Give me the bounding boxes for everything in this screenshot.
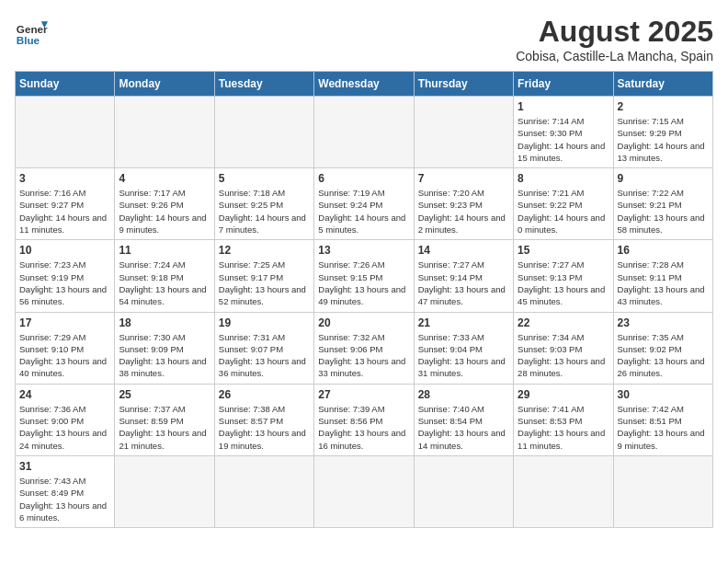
day-number: 15	[518, 244, 609, 257]
day-number: 17	[19, 316, 110, 329]
calendar-cell	[314, 97, 414, 168]
day-info: Sunrise: 7:41 AMSunset: 8:53 PMDaylight:…	[518, 403, 609, 452]
calendar-cell: 30Sunrise: 7:42 AMSunset: 8:51 PMDayligh…	[613, 384, 712, 455]
weekday-header-sunday: Sunday	[16, 72, 115, 97]
calendar-cell	[414, 97, 513, 168]
day-info: Sunrise: 7:39 AMSunset: 8:56 PMDaylight:…	[318, 403, 409, 452]
day-number: 18	[119, 316, 210, 329]
weekday-header-saturday: Saturday	[613, 72, 712, 97]
calendar-cell: 26Sunrise: 7:38 AMSunset: 8:57 PMDayligh…	[214, 384, 313, 455]
calendar-cell: 2Sunrise: 7:15 AMSunset: 9:29 PMDaylight…	[613, 97, 712, 168]
weekday-header-friday: Friday	[514, 72, 613, 97]
calendar-cell: 7Sunrise: 7:20 AMSunset: 9:23 PMDaylight…	[414, 168, 513, 240]
day-info: Sunrise: 7:36 AMSunset: 9:00 PMDaylight:…	[19, 403, 110, 452]
calendar-cell: 1Sunrise: 7:14 AMSunset: 9:30 PMDaylight…	[514, 97, 613, 168]
day-number: 3	[19, 172, 110, 185]
calendar-cell: 21Sunrise: 7:33 AMSunset: 9:04 PMDayligh…	[414, 312, 513, 384]
day-number: 13	[318, 244, 409, 257]
day-info: Sunrise: 7:30 AMSunset: 9:09 PMDaylight:…	[119, 331, 210, 380]
day-info: Sunrise: 7:27 AMSunset: 9:13 PMDaylight:…	[518, 259, 609, 307]
calendar-cell: 13Sunrise: 7:26 AMSunset: 9:15 PMDayligh…	[314, 240, 414, 312]
calendar-cell: 18Sunrise: 7:30 AMSunset: 9:09 PMDayligh…	[115, 312, 214, 384]
calendar-week-row: 31Sunrise: 7:43 AMSunset: 8:49 PMDayligh…	[16, 455, 713, 527]
day-info: Sunrise: 7:25 AMSunset: 9:17 PMDaylight:…	[219, 259, 310, 307]
calendar-cell: 12Sunrise: 7:25 AMSunset: 9:17 PMDayligh…	[214, 240, 313, 312]
calendar-week-row: 3Sunrise: 7:16 AMSunset: 9:27 PMDaylight…	[16, 168, 713, 240]
day-info: Sunrise: 7:14 AMSunset: 9:30 PMDaylight:…	[518, 115, 609, 164]
day-number: 12	[219, 244, 310, 257]
calendar-cell: 27Sunrise: 7:39 AMSunset: 8:56 PMDayligh…	[314, 384, 414, 455]
day-info: Sunrise: 7:18 AMSunset: 9:25 PMDaylight:…	[219, 187, 310, 236]
day-number: 1	[518, 100, 609, 113]
calendar-week-row: 24Sunrise: 7:36 AMSunset: 9:00 PMDayligh…	[16, 384, 713, 455]
day-info: Sunrise: 7:40 AMSunset: 8:54 PMDaylight:…	[418, 403, 509, 452]
calendar-cell: 14Sunrise: 7:27 AMSunset: 9:14 PMDayligh…	[414, 240, 513, 312]
calendar-cell	[214, 97, 313, 168]
day-number: 19	[219, 316, 310, 329]
weekday-header-tuesday: Tuesday	[214, 72, 313, 97]
calendar-cell	[314, 455, 414, 527]
day-number: 22	[518, 316, 609, 329]
calendar-cell: 29Sunrise: 7:41 AMSunset: 8:53 PMDayligh…	[514, 384, 613, 455]
calendar-cell	[514, 455, 613, 527]
day-info: Sunrise: 7:28 AMSunset: 9:11 PMDaylight:…	[618, 259, 709, 307]
day-number: 24	[19, 388, 110, 401]
calendar-cell: 31Sunrise: 7:43 AMSunset: 8:49 PMDayligh…	[16, 455, 115, 527]
logo-icon: General Blue	[15, 15, 48, 48]
logo: General Blue	[15, 15, 48, 48]
calendar-cell	[115, 455, 214, 527]
day-info: Sunrise: 7:15 AMSunset: 9:29 PMDaylight:…	[618, 115, 709, 164]
day-info: Sunrise: 7:42 AMSunset: 8:51 PMDaylight:…	[618, 403, 709, 452]
calendar-cell: 24Sunrise: 7:36 AMSunset: 9:00 PMDayligh…	[16, 384, 115, 455]
day-number: 4	[119, 172, 210, 185]
day-number: 28	[418, 388, 509, 401]
calendar-cell: 11Sunrise: 7:24 AMSunset: 9:18 PMDayligh…	[115, 240, 214, 312]
day-info: Sunrise: 7:29 AMSunset: 9:10 PMDaylight:…	[19, 331, 110, 380]
calendar-cell: 3Sunrise: 7:16 AMSunset: 9:27 PMDaylight…	[16, 168, 115, 240]
calendar-cell: 19Sunrise: 7:31 AMSunset: 9:07 PMDayligh…	[214, 312, 313, 384]
weekday-header-thursday: Thursday	[414, 72, 513, 97]
calendar-cell: 25Sunrise: 7:37 AMSunset: 8:59 PMDayligh…	[115, 384, 214, 455]
day-info: Sunrise: 7:37 AMSunset: 8:59 PMDaylight:…	[119, 403, 210, 452]
day-number: 5	[219, 172, 310, 185]
title-block: August 2025 Cobisa, Castille-La Mancha, …	[516, 15, 713, 63]
day-info: Sunrise: 7:33 AMSunset: 9:04 PMDaylight:…	[418, 331, 509, 380]
day-info: Sunrise: 7:23 AMSunset: 9:19 PMDaylight:…	[19, 259, 110, 307]
day-info: Sunrise: 7:16 AMSunset: 9:27 PMDaylight:…	[19, 187, 110, 236]
day-number: 23	[618, 316, 709, 329]
day-number: 2	[618, 100, 709, 113]
calendar-cell: 15Sunrise: 7:27 AMSunset: 9:13 PMDayligh…	[514, 240, 613, 312]
day-info: Sunrise: 7:38 AMSunset: 8:57 PMDaylight:…	[219, 403, 310, 452]
day-number: 16	[618, 244, 709, 257]
weekday-header-row: SundayMondayTuesdayWednesdayThursdayFrid…	[16, 72, 713, 97]
day-info: Sunrise: 7:20 AMSunset: 9:23 PMDaylight:…	[418, 187, 509, 236]
day-number: 25	[119, 388, 210, 401]
month-title: August 2025	[516, 15, 713, 49]
calendar-cell	[115, 97, 214, 168]
calendar-cell: 8Sunrise: 7:21 AMSunset: 9:22 PMDaylight…	[514, 168, 613, 240]
day-info: Sunrise: 7:17 AMSunset: 9:26 PMDaylight:…	[119, 187, 210, 236]
day-number: 9	[618, 172, 709, 185]
calendar-week-row: 1Sunrise: 7:14 AMSunset: 9:30 PMDaylight…	[16, 97, 713, 168]
day-info: Sunrise: 7:26 AMSunset: 9:15 PMDaylight:…	[318, 259, 409, 307]
day-number: 26	[219, 388, 310, 401]
day-number: 31	[19, 460, 110, 473]
day-info: Sunrise: 7:34 AMSunset: 9:03 PMDaylight:…	[518, 331, 609, 380]
calendar-cell: 9Sunrise: 7:22 AMSunset: 9:21 PMDaylight…	[613, 168, 712, 240]
day-number: 14	[418, 244, 509, 257]
calendar-cell: 23Sunrise: 7:35 AMSunset: 9:02 PMDayligh…	[613, 312, 712, 384]
calendar-cell: 17Sunrise: 7:29 AMSunset: 9:10 PMDayligh…	[16, 312, 115, 384]
day-info: Sunrise: 7:35 AMSunset: 9:02 PMDaylight:…	[618, 331, 709, 380]
page-header: General Blue August 2025 Cobisa, Castill…	[15, 15, 713, 63]
day-info: Sunrise: 7:31 AMSunset: 9:07 PMDaylight:…	[219, 331, 310, 380]
day-info: Sunrise: 7:43 AMSunset: 8:49 PMDaylight:…	[19, 475, 110, 523]
day-number: 30	[618, 388, 709, 401]
calendar-cell: 4Sunrise: 7:17 AMSunset: 9:26 PMDaylight…	[115, 168, 214, 240]
day-number: 21	[418, 316, 509, 329]
day-number: 7	[418, 172, 509, 185]
weekday-header-wednesday: Wednesday	[314, 72, 414, 97]
calendar-cell	[214, 455, 313, 527]
day-info: Sunrise: 7:32 AMSunset: 9:06 PMDaylight:…	[318, 331, 409, 380]
calendar-cell: 5Sunrise: 7:18 AMSunset: 9:25 PMDaylight…	[214, 168, 313, 240]
calendar-cell	[414, 455, 513, 527]
